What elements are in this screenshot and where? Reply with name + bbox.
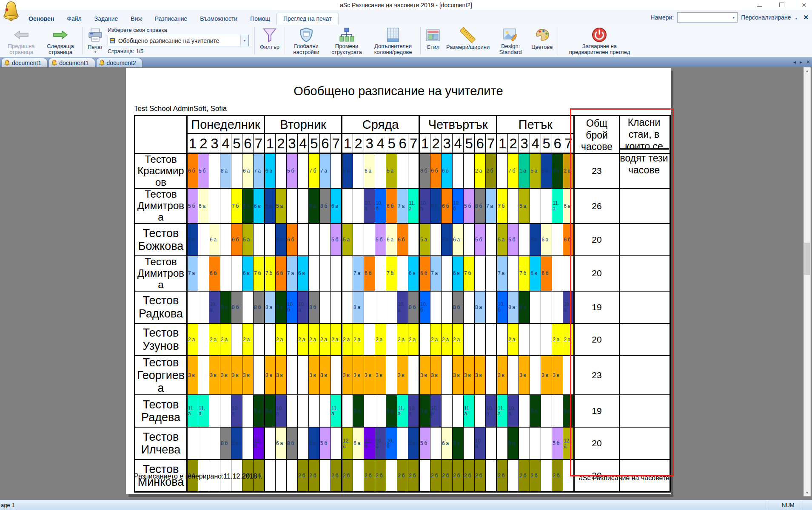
style-button[interactable]: Стил (423, 26, 443, 56)
scroll-up-icon[interactable]: ▲ (804, 68, 810, 74)
schedule-cell (198, 291, 209, 323)
schedule-cell: 6 б (209, 256, 220, 291)
class-label: 8 б (309, 305, 319, 310)
schedule-cell (198, 427, 209, 459)
doc-tab-document2[interactable]: document2 (96, 58, 142, 67)
class-label: 9 а (530, 408, 541, 414)
tab-vizh[interactable]: Виж (124, 13, 148, 25)
schedule-cell: 2 а (475, 153, 486, 189)
next-page-button[interactable]: Следваща страница (41, 26, 80, 56)
global-settings-button[interactable]: Глобални настройки (287, 26, 325, 56)
schedule-cell (209, 395, 220, 427)
period-header: 7 (563, 133, 574, 153)
grid-icon (387, 26, 399, 43)
class-label: 11. а (331, 406, 341, 416)
schedule-cell: 8 б (287, 427, 298, 459)
scroll-down-icon[interactable]: ▼ (804, 489, 810, 496)
schedule-cell: 6 а (541, 224, 552, 256)
minimize-button[interactable] (754, 2, 765, 8)
schedule-cell: 5 в (430, 188, 442, 224)
report-combobox[interactable]: Обобщено разписание на учителите ▼ (108, 35, 249, 46)
schedule-cell: 5 б (320, 427, 331, 459)
previous-page-button[interactable]: Предишна страница (2, 26, 41, 56)
doc-tab-document1-a[interactable]: document1 (1, 58, 48, 67)
period-header: 4 (375, 133, 386, 153)
filter-button[interactable]: Филтър (257, 26, 282, 56)
class-label: 2 б (519, 473, 530, 478)
schedule-cell: 10. б (287, 291, 298, 323)
schedule-cell: 2 б (375, 459, 386, 492)
vertical-scrollbar[interactable]: ▲ ▼ (803, 67, 811, 496)
schedule-cell: 2 в (563, 153, 574, 189)
chevron-down-icon: ▼ (92, 51, 99, 54)
class-label: 8 б (475, 204, 485, 209)
titlebar: aSc Разписание на часовете 2019 - [docum… (0, 0, 812, 10)
maximize-button[interactable] (776, 2, 787, 8)
schedule-cell (320, 459, 331, 492)
teacher-row: Тестов Георгиева3 в3 в3 в3 в3 в3 в3 в3 в… (135, 356, 670, 395)
schedule-cell: 3 в (419, 356, 430, 395)
scrollbar-thumb[interactable] (804, 243, 810, 275)
tab-scroll-left-icon[interactable]: ◂ (793, 59, 796, 65)
report-combobox-dropdown[interactable]: ▼ (240, 35, 248, 46)
tab-fail[interactable]: Файл (60, 13, 88, 25)
tab-razpisanie[interactable]: Разписание (148, 13, 194, 25)
period-header: 1 (187, 133, 198, 153)
tab-close-icon[interactable]: ✕ (806, 59, 810, 65)
schedule-cell: 8 б (453, 291, 464, 323)
extra-columns-rows-button[interactable]: Допълнителни колони/редове (368, 26, 418, 56)
schedule-cell (552, 395, 563, 427)
schedule-cell: 5 а (276, 188, 287, 224)
close-button[interactable]: ✕ (798, 2, 809, 8)
class-label: 2 в (563, 168, 573, 173)
schedule-cell (198, 224, 209, 256)
schedule-cell: 7 а (187, 256, 198, 291)
schedule-cell: 9 а (386, 395, 397, 427)
close-preview-button[interactable]: Затваряне на предварителен преглед (560, 26, 638, 56)
tab-pomosht[interactable]: Помощ (244, 13, 276, 25)
class-label: 5 а (530, 168, 541, 173)
tab-scroll-right-icon[interactable]: ▸ (800, 59, 802, 65)
chevron-down-icon[interactable]: ▼ (730, 16, 737, 19)
app-logo-bell-icon[interactable] (3, 0, 20, 22)
colors-button[interactable]: Цветове (528, 26, 556, 56)
tab-vazmozhnosti[interactable]: Възможности (194, 13, 244, 25)
class-label: 2 а (442, 337, 452, 342)
schedule-cell (508, 188, 519, 224)
schedule-cell: 8 б (309, 291, 320, 323)
rooms-cell (619, 256, 670, 291)
schedule-cell (497, 323, 508, 356)
class-label: 2 б (397, 473, 408, 478)
schedule-cell (464, 291, 475, 323)
teacher-row: Тестов Божкова5 в6 а6 б5 а5 в6 б5 б5 а5 … (135, 224, 670, 256)
tab-osnoven[interactable]: Основен (22, 13, 60, 25)
class-label: 5 а (342, 237, 353, 242)
class-label: 5 а (420, 237, 430, 242)
doc-tab-document1-b[interactable]: document1 (48, 58, 95, 67)
teacher-row: Тестов Димитрова5 б6 а7 б9 а6 в5 в5 а9 а… (135, 188, 670, 224)
class-label: 5 в (430, 204, 441, 209)
class-label: 6 в (265, 168, 275, 173)
schedule-cell: 6 б (276, 256, 287, 291)
schedule-cell: 10. а (298, 291, 309, 323)
class-label: 2 а (353, 337, 364, 342)
schedule-cell (353, 188, 364, 224)
design-button[interactable]: Design: Standard (493, 26, 528, 56)
personalize-button[interactable]: Персонализиране ▼ (741, 14, 800, 21)
print-button[interactable]: Печат ▼ (85, 26, 106, 56)
tab-pregled-na-pechat[interactable]: Преглед на печат (276, 13, 339, 25)
change-structure-button[interactable]: Промени структурата (325, 26, 368, 56)
schedule-cell: 5 б (508, 224, 519, 256)
sizes-widths-button[interactable]: Размери/ширини (443, 26, 493, 56)
find-input[interactable]: ▼ (677, 12, 738, 23)
class-label: 6 б (397, 237, 408, 242)
close-ribbon-icon[interactable]: ✕ (803, 14, 809, 21)
schedule-cell (408, 356, 419, 395)
schedule-cell (386, 291, 397, 323)
schedule-cell (231, 256, 242, 291)
schedule-cell: 7 б (508, 153, 519, 189)
schedule-cell (320, 291, 331, 323)
schedule-cell (209, 427, 220, 459)
schedule-cell: 12. а (342, 427, 353, 459)
tab-zadanie[interactable]: Задание (88, 13, 125, 25)
